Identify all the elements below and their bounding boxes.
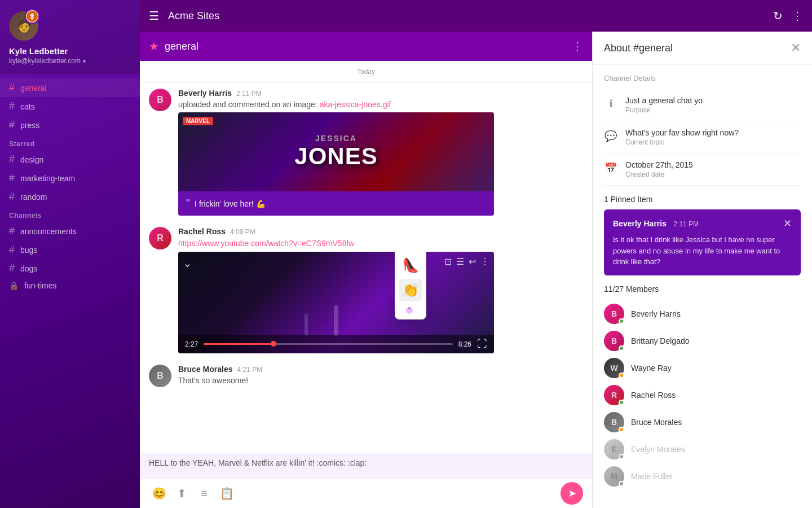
jessica-jones-image: MARVEL JESSICA JONES " I frickin' [178, 112, 494, 216]
member-avatar: B [604, 412, 624, 432]
video-fullscreen-icon[interactable]: ⛶ [477, 338, 487, 350]
emoji-item-shoe[interactable]: 👠 [399, 254, 422, 277]
member-avatar: E [604, 439, 624, 459]
video-current-time: 2:27 [185, 340, 198, 348]
chat-icon: 💬 [604, 129, 617, 143]
member-item[interactable]: M Marie Fuller [604, 463, 801, 490]
video-cast-icon[interactable]: ⊡ [444, 256, 452, 267]
member-item[interactable]: W Wayne Ray [604, 354, 801, 382]
messages-area[interactable]: Today B Beverly Harris 2:11 PM uploaded … [140, 61, 592, 453]
message-link[interactable]: aka-jessica-jones.gif [320, 100, 391, 109]
hash-icon: # [9, 225, 15, 237]
main-content: ☰ Acme Sites ↻ ⋮ ★ general ⋮ Today B [140, 0, 812, 508]
member-avatar: M [604, 466, 624, 487]
sidebar-item-press[interactable]: # press [0, 116, 140, 134]
sidebar-item-general[interactable]: # general [0, 78, 140, 97]
member-item[interactable]: R Rachel Ross [604, 382, 801, 409]
detail-content: What's your fav show right now? Current … [625, 128, 801, 146]
marvel-label: MARVEL [183, 117, 213, 125]
member-item[interactable]: B Beverly Harris [604, 300, 801, 327]
sidebar-item-label: design [20, 155, 43, 164]
detail-content: October 27th, 2015 Created date [625, 160, 801, 178]
more-icon[interactable]: ⋮ [792, 9, 803, 23]
sidebar-item-label: cats [20, 102, 35, 111]
send-button[interactable]: ➤ [561, 482, 583, 505]
app-bar-actions: ↻ ⋮ [773, 9, 803, 23]
quote-mark: " [186, 197, 190, 210]
member-name: Wayne Ray [631, 364, 672, 373]
format-button[interactable]: ≡ [194, 483, 214, 503]
clipboard-button[interactable]: 📋 [217, 483, 237, 503]
hash-icon: # [9, 119, 15, 131]
video-more-icon[interactable]: ⋮ [480, 256, 489, 267]
pinned-close-button[interactable]: ✕ [783, 217, 792, 230]
video-progress-bar[interactable] [204, 343, 452, 345]
message-author: Bruce Morales [178, 365, 232, 374]
member-item[interactable]: B Brittany Delgado [604, 327, 801, 354]
app-bar: ☰ Acme Sites ↻ ⋮ [140, 0, 812, 32]
sidebar-item-random[interactable]: # random [0, 187, 140, 206]
sidebar-item-label: marketing-team [20, 174, 75, 183]
sidebar-item-announcements[interactable]: # announcements [0, 222, 140, 240]
message-row: R Rachel Ross 4:09 PM https://www.youtub… [140, 221, 592, 359]
member-name: Marie Fuller [631, 472, 673, 481]
input-toolbar: 😊 ⬆ ≡ 📋 ➤ [140, 478, 592, 508]
input-area: HELL to the YEAH, Marvel & Netflix are k… [140, 453, 592, 508]
panel-body: Channel Details ℹ Just a general chat yo… [593, 65, 812, 508]
app-logo [25, 9, 39, 24]
sidebar-item-marketing-team[interactable]: # marketing-team [0, 169, 140, 187]
hash-icon: # [9, 82, 15, 94]
video-duration: 8:26 [458, 340, 471, 348]
detail-content: Just a general chat yo Purpose [625, 96, 801, 114]
svg-point-2 [408, 307, 411, 309]
emoji-icon: 😊 [152, 487, 166, 500]
message-link[interactable]: https://www.youtube.com/watch?v=eC7S9mV5… [178, 239, 354, 248]
input-text[interactable]: HELL to the YEAH, Marvel & Netflix are k… [149, 458, 367, 467]
upload-button[interactable]: ⬆ [171, 483, 192, 503]
emoji-item-clap[interactable]: 👏 [399, 279, 422, 301]
hash-icon: # [9, 191, 15, 203]
menu-icon[interactable]: ☰ [149, 9, 159, 23]
video-list-icon[interactable]: ☰ [456, 256, 464, 267]
sidebar-item-label: press [20, 121, 39, 130]
channel-more-icon[interactable]: ⋮ [572, 40, 583, 53]
emoji-cursor[interactable] [399, 304, 422, 315]
member-item[interactable]: E Evelyn Morales [604, 436, 801, 463]
sidebar-item-bugs[interactable]: # bugs [0, 240, 140, 259]
hash-icon: # [9, 154, 15, 165]
emoji-button[interactable]: 😊 [149, 483, 169, 503]
message-header: Rachel Ross 4:09 PM [178, 227, 583, 236]
video-down-icon[interactable]: ⌄ [183, 256, 192, 270]
chat-container: ★ general ⋮ Today B Beverly Harris 2:11 … [140, 32, 812, 508]
sidebar-item-dogs[interactable]: # dogs [0, 259, 140, 278]
member-avatar: B [604, 304, 624, 324]
sidebar-item-label: bugs [20, 246, 37, 255]
member-name: Rachel Ross [631, 391, 676, 400]
panel-close-button[interactable]: ✕ [791, 41, 801, 55]
message-header: Beverly Harris 2:11 PM [178, 89, 583, 98]
video-player[interactable]: ⌄ ⊡ ☰ ↩ ⋮ 2:27 [178, 252, 494, 353]
channel-name: general [165, 41, 566, 52]
member-status-online [619, 318, 624, 324]
star-icon[interactable]: ★ [149, 40, 159, 53]
sidebar-item-label: dogs [20, 264, 37, 273]
message-quote: " I frickin' love her! 💪 [178, 191, 494, 216]
sidebar-item-cats[interactable]: # cats [0, 97, 140, 116]
message-avatar: B [149, 365, 171, 387]
sidebar-profile: 🧑 Kyle Ledbetter kyle@kyleledbetter.com … [0, 0, 140, 74]
sidebar-item-fun-times[interactable]: 🔒 fun-times [0, 278, 140, 294]
clipboard-icon: 📋 [220, 487, 234, 500]
refresh-icon[interactable]: ↻ [773, 9, 783, 23]
video-progress-dot [271, 341, 276, 347]
video-share-icon[interactable]: ↩ [469, 256, 476, 267]
starred-section-label: Starred [0, 134, 140, 150]
detail-topic: 💬 What's your fav show right now? Curren… [604, 121, 801, 154]
sidebar-item-design[interactable]: # design [0, 150, 140, 169]
message-row: B Bruce Morales 4:21 PM That's so awesom… [140, 359, 592, 393]
sidebar-email[interactable]: kyle@kyleledbetter.com ▾ [9, 57, 86, 65]
message-header: Bruce Morales 4:21 PM [178, 365, 583, 374]
detail-purpose-sub: Purpose [625, 106, 801, 114]
member-item[interactable]: B Bruce Morales [604, 409, 801, 436]
lock-icon: 🔒 [9, 281, 19, 290]
upload-icon: ⬆ [177, 487, 187, 500]
